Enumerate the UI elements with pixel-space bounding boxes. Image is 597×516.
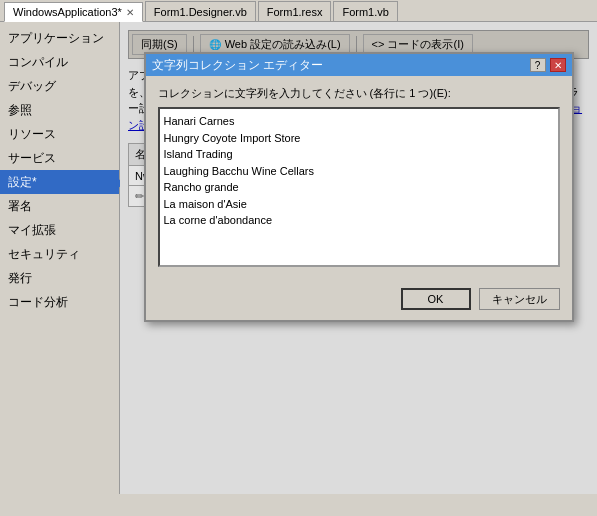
dialog-close-button[interactable]: ✕ <box>550 58 566 72</box>
sidebar: アプリケーション コンパイル デバッグ 参照 リソース サービス 設定* 署名 … <box>0 22 120 494</box>
tab-formdesigner[interactable]: Form1.Designer.vb <box>145 1 256 21</box>
main-layout: アプリケーション コンパイル デバッグ 参照 リソース サービス 設定* 署名 … <box>0 22 597 494</box>
dialog-title: 文字列コレクション エディター <box>152 57 323 74</box>
dialog-textarea[interactable]: Hanari Carnes Hungry Coyote Import Store… <box>158 107 560 267</box>
dialog-help-button[interactable]: ? <box>530 58 546 72</box>
dialog-overlay: 文字列コレクション エディター ? ✕ コレクションに文字列を入力してください … <box>120 22 597 494</box>
tab-formresx[interactable]: Form1.resx <box>258 1 332 21</box>
sidebar-item-myextensions[interactable]: マイ拡張 <box>0 218 119 242</box>
dialog-title-buttons: ? ✕ <box>530 58 566 72</box>
tab-close-icon[interactable]: ✕ <box>126 7 134 18</box>
dialog-footer: OK キャンセル <box>146 280 572 320</box>
tab-bar: WindowsApplication3* ✕ Form1.Designer.vb… <box>0 0 597 22</box>
sidebar-item-debug[interactable]: デバッグ <box>0 74 119 98</box>
tab-windowsapp[interactable]: WindowsApplication3* ✕ <box>4 2 143 22</box>
content-area: 同期(S) 🌐 Web 設定の読み込み(L) <> コードの表示(I) アプリケ… <box>120 22 597 494</box>
ok-button[interactable]: OK <box>401 288 471 310</box>
sidebar-item-security[interactable]: セキュリティ <box>0 242 119 266</box>
dialog-instruction-label: コレクションに文字列を入力してください (各行に 1 つ)(E): <box>158 86 560 101</box>
sidebar-item-codeanalysis[interactable]: コード分析 <box>0 290 119 314</box>
dialog-title-bar: 文字列コレクション エディター ? ✕ <box>146 54 572 76</box>
sidebar-item-application[interactable]: アプリケーション <box>0 26 119 50</box>
sidebar-item-services[interactable]: サービス <box>0 146 119 170</box>
sidebar-item-compile[interactable]: コンパイル <box>0 50 119 74</box>
sidebar-item-resources[interactable]: リソース <box>0 122 119 146</box>
tab-formvb[interactable]: Form1.vb <box>333 1 397 21</box>
sidebar-item-signing[interactable]: 署名 <box>0 194 119 218</box>
string-collection-dialog: 文字列コレクション エディター ? ✕ コレクションに文字列を入力してください … <box>144 52 574 322</box>
sidebar-item-publish[interactable]: 発行 <box>0 266 119 290</box>
cancel-button[interactable]: キャンセル <box>479 288 560 310</box>
dialog-body: コレクションに文字列を入力してください (各行に 1 つ)(E): Hanari… <box>146 76 572 280</box>
sidebar-item-settings[interactable]: 設定* <box>0 170 119 194</box>
sidebar-item-references[interactable]: 参照 <box>0 98 119 122</box>
